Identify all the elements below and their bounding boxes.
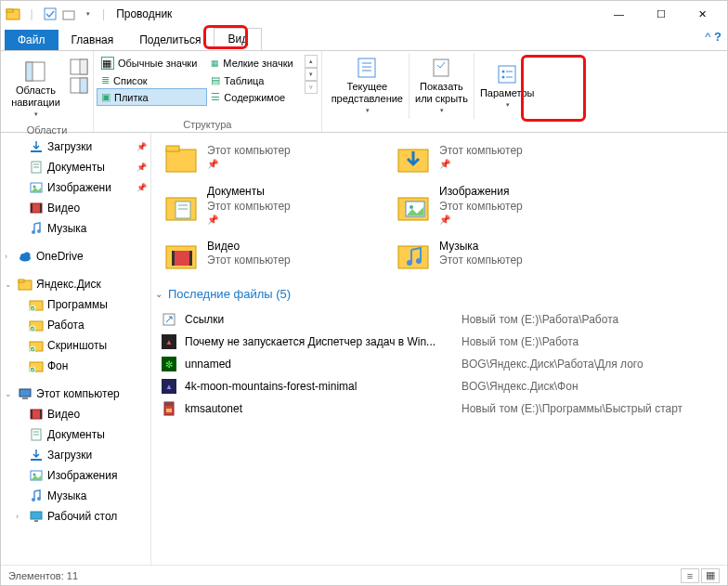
layout-content[interactable]: ☰Содержимое — [207, 89, 302, 105]
layout-tiles[interactable]: ▣Плитка — [98, 89, 206, 105]
tile-item[interactable]: ИзображенияЭтот компьютер📌 — [393, 183, 588, 228]
svg-rect-28 — [40, 203, 42, 213]
new-folder-icon[interactable] — [60, 6, 77, 22]
recent-row[interactable]: ▲Почему не запускается Диспетчер задач в… — [161, 331, 718, 353]
layout-table[interactable]: ▤Таблица — [207, 72, 302, 88]
layout-normal-icons[interactable]: ▦Обычные значки — [98, 55, 206, 72]
music-icon — [29, 488, 44, 503]
tile-name: Изображения — [439, 185, 523, 200]
svg-point-33 — [24, 253, 31, 259]
tile-item[interactable]: Этот компьютер📌 — [393, 137, 588, 177]
nav-item-документы[interactable]: Документы — [1, 424, 150, 445]
nav-pane-label: Область навигации — [11, 85, 60, 109]
nav-item-программы[interactable]: Программы — [1, 294, 150, 315]
nav-item-музыка[interactable]: Музыка — [1, 486, 150, 506]
recent-location: BOG\Яндекс.Диск\Работа\Для лого — [462, 358, 644, 371]
doc-icon — [29, 427, 44, 442]
options-button[interactable]: Параметры ▾ — [474, 53, 540, 119]
nav-item-label: Видео — [47, 408, 80, 421]
current-view-button[interactable]: Текущее представление▾ — [326, 53, 409, 119]
tile-item[interactable]: ДокументыЭтот компьютер📌 — [161, 183, 356, 228]
tab-home[interactable]: Главная — [58, 30, 127, 50]
chevron-icon: › — [5, 252, 14, 261]
app-icon — [5, 6, 21, 22]
svg-rect-79 — [166, 409, 172, 412]
nav-item-label: Документы — [47, 428, 105, 441]
svg-point-29 — [32, 230, 35, 234]
details-pane-icon[interactable] — [70, 77, 88, 94]
tab-share[interactable]: Поделиться — [126, 30, 214, 50]
pic-icon — [29, 468, 44, 483]
navigation-pane[interactable]: Загрузки📌Документы📌Изображени📌ВидеоМузык… — [1, 133, 151, 565]
content-area: Загрузки📌Документы📌Изображени📌ВидеоМузык… — [1, 133, 727, 565]
nav-item-скриншоты[interactable]: Скриншоты — [1, 335, 150, 356]
show-hide-button[interactable]: Показать или скрыть▾ — [410, 53, 474, 119]
nav-item-видео[interactable]: Видео — [1, 404, 150, 424]
svg-point-43 — [30, 367, 35, 372]
nav-item-изображени[interactable]: Изображени📌 — [1, 177, 150, 198]
folder-tiles: Этот компьютер📌Этот компьютер📌ДокументыЭ… — [161, 137, 718, 274]
file-icon — [161, 400, 177, 417]
nav-item-работа[interactable]: Работа — [1, 315, 150, 335]
recent-row[interactable]: СсылкиНовый том (E:)\Работа\Работа — [161, 308, 718, 331]
tile-item[interactable]: Этот компьютер📌 — [161, 137, 356, 177]
svg-point-54 — [33, 474, 36, 476]
nav-item-музыка[interactable]: Музыка — [1, 218, 150, 239]
tab-file[interactable]: Файл — [5, 30, 58, 50]
qat-separator: | — [23, 6, 40, 22]
music-icon — [29, 221, 44, 236]
music-big — [395, 235, 432, 272]
nav-item-рабочий стол[interactable]: ›Рабочий стол — [1, 506, 150, 527]
table-icon: ▤ — [211, 74, 220, 86]
nav-item-фон[interactable]: Фон — [1, 356, 150, 376]
doc-big — [162, 187, 200, 224]
details-view-button[interactable]: ≡ — [681, 568, 699, 583]
chevron-down-icon: ▾ — [34, 111, 38, 118]
group-label-empty — [432, 119, 435, 134]
video-big — [162, 235, 200, 272]
recent-name: 4k-moon-mountains-forest-minimal — [185, 380, 454, 393]
navigation-pane-button[interactable]: Область навигации▾ — [6, 57, 66, 123]
layout-scroll[interactable]: ▴▾▿ — [305, 55, 318, 94]
svg-point-16 — [502, 70, 505, 72]
preview-pane-icon[interactable] — [70, 59, 88, 75]
nav-item-яндекс.диск[interactable]: ⌄Яндекс.Диск — [1, 274, 150, 294]
layout-small-icons[interactable]: ▦Мелкие значки — [207, 55, 302, 72]
nav-item-документы[interactable]: Документы📌 — [1, 157, 150, 177]
current-view-icon — [356, 57, 378, 79]
recent-row[interactable]: ▲4k-moon-mountains-forest-minimalBOG\Янд… — [161, 375, 718, 397]
pin-icon: 📌 — [207, 158, 291, 170]
svg-rect-35 — [19, 280, 24, 282]
maximize-button[interactable]: ☐ — [640, 1, 682, 27]
tab-view[interactable]: Вид — [214, 28, 262, 50]
properties-icon[interactable] — [42, 6, 58, 22]
layout-list[interactable]: ≣Список — [98, 72, 206, 88]
main-pane[interactable]: Этот компьютер📌Этот компьютер📌ДокументыЭ… — [151, 133, 727, 565]
icons-view-button[interactable]: ▦ — [701, 568, 720, 583]
nav-item-загрузки[interactable]: Загрузки📌 — [1, 137, 150, 157]
tile-name: Видео — [207, 240, 291, 254]
recent-files-header[interactable]: ⌄ Последние файлы (5) — [155, 287, 718, 301]
help-button[interactable]: ^ ? — [705, 30, 722, 44]
icons-icon: ▦ — [101, 57, 114, 70]
video-icon — [29, 407, 44, 422]
close-button[interactable]: ✕ — [682, 1, 723, 27]
svg-rect-3 — [63, 11, 74, 20]
qat-dropdown-icon[interactable]: ▾ — [80, 6, 97, 22]
tile-item[interactable]: ВидеоЭтот компьютер — [161, 233, 356, 274]
chevron-down-icon: ▾ — [506, 101, 510, 109]
tile-subtitle: Этот компьютер — [439, 144, 523, 159]
nav-item-этот компьютер[interactable]: ⌄Этот компьютер — [1, 384, 150, 404]
nav-item-загрузки[interactable]: Загрузки — [1, 445, 150, 465]
title-bar: | ▾ | Проводник — ☐ ✕ — [1, 1, 727, 27]
nav-item-изображения[interactable]: Изображения — [1, 465, 150, 486]
nav-item-видео[interactable]: Видео — [1, 198, 150, 218]
chevron-down-icon: ⌄ — [155, 289, 162, 299]
minimize-button[interactable]: — — [598, 1, 640, 27]
recent-row[interactable]: kmsautonetНовый том (E:)\Программы\Быстр… — [161, 397, 718, 420]
svg-rect-10 — [358, 59, 375, 77]
nav-item-onedrive[interactable]: ›OneDrive — [1, 246, 150, 267]
recent-row[interactable]: ✼unnamedBOG\Яндекс.Диск\Работа\Для лого — [161, 353, 718, 375]
nav-item-label: Музыка — [47, 489, 86, 502]
tile-item[interactable]: МузыкаЭтот компьютер — [393, 233, 588, 274]
